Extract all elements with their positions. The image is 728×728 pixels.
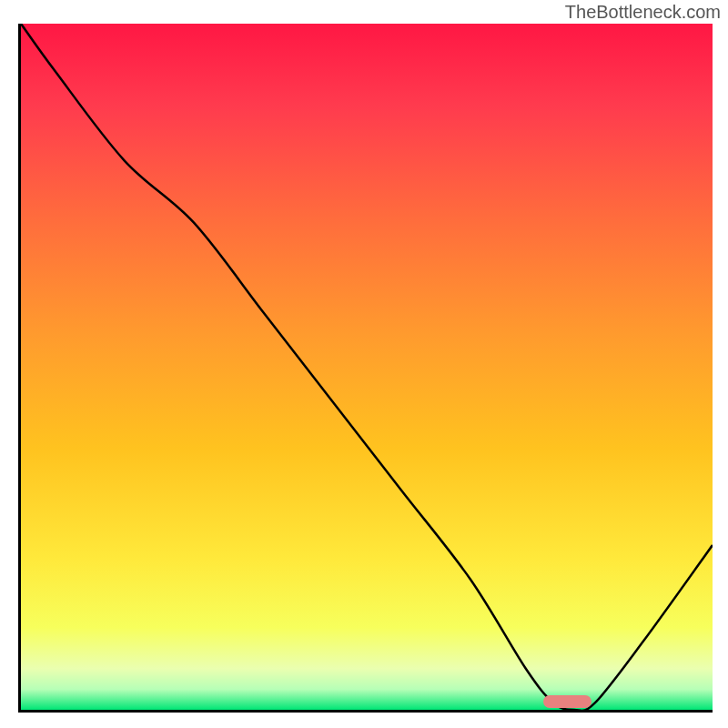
bottleneck-curve-path [21,24,713,710]
plot-area [18,24,713,713]
optimal-marker [543,695,592,708]
watermark-text: TheBottleneck.com [565,2,721,23]
curve-layer [21,24,713,710]
chart-container: TheBottleneck.com [0,0,728,728]
